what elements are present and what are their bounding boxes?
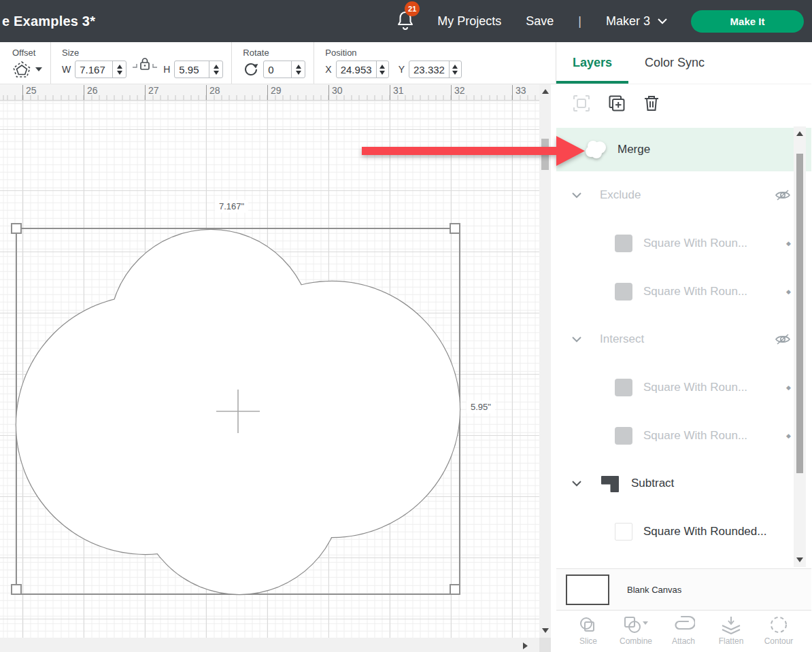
layers-panel: Layers Color Sync: [556, 42, 811, 652]
app-header: e Examples 3* 21 My Projects Save | Make…: [0, 0, 812, 42]
canvas-horizontal-scrollbar[interactable]: [0, 638, 551, 652]
chevron-down-icon[interactable]: [571, 480, 582, 487]
vertical-scroll-thumb[interactable]: [541, 139, 549, 170]
duplicate-icon: [608, 95, 626, 112]
duplicate-button[interactable]: [608, 95, 626, 112]
y-axis-label: Y: [399, 64, 405, 75]
position-label: Position: [325, 48, 462, 58]
layer-tools: [556, 84, 811, 122]
y-position-input[interactable]: 23.332: [409, 61, 462, 78]
rotate-stepper[interactable]: [291, 61, 305, 78]
offset-caret-icon: [35, 67, 42, 71]
canvas-region: Offset Size W 7.167: [0, 42, 556, 652]
scrollbar-corner: [539, 638, 551, 652]
slice-button[interactable]: Slice: [567, 615, 609, 646]
design-canvas[interactable]: 25 26 27 28 29 30 31 32 33: [0, 84, 556, 652]
scroll-right-arrow-icon[interactable]: [523, 642, 528, 649]
trash-icon: [643, 95, 660, 112]
contour-icon: [768, 615, 789, 634]
canvas-vertical-scrollbar[interactable]: [539, 84, 551, 638]
tab-layers[interactable]: Layers: [556, 42, 628, 84]
layer-row[interactable]: Square With Roun... ◆: [556, 363, 811, 411]
attach-button[interactable]: Attach: [662, 615, 705, 646]
layer-row[interactable]: Square With Roun... ◆: [556, 219, 811, 267]
width-input[interactable]: 7.167: [75, 61, 126, 78]
make-it-button[interactable]: Make It: [691, 10, 804, 33]
group-label: Intersect: [600, 332, 775, 346]
layer-group-intersect[interactable]: Intersect: [556, 315, 811, 363]
ruler-number: 29: [267, 85, 282, 101]
chevron-down-icon[interactable]: [571, 336, 582, 343]
tab-color-sync[interactable]: Color Sync: [628, 42, 721, 84]
offset-label: Offset: [12, 48, 42, 58]
ruler-number: 26: [84, 85, 98, 101]
flatten-icon: [720, 615, 742, 634]
height-input[interactable]: 5.95: [174, 61, 223, 78]
edit-toolbar: Offset Size W 7.167: [0, 42, 556, 84]
contour-button[interactable]: Contour: [758, 615, 800, 646]
layer-thumbnail: [615, 283, 632, 301]
canvas-color-swatch[interactable]: [566, 574, 609, 605]
layers-scroll-thumb[interactable]: [796, 154, 803, 473]
layer-row[interactable]: Square With Rounded...: [556, 507, 811, 555]
layer-actions-bar: Slice Combine Attach: [556, 610, 811, 652]
group-label: Exclude: [600, 188, 775, 202]
rotate-label: Rotate: [243, 48, 305, 58]
visibility-off-icon[interactable]: [775, 332, 791, 346]
width-dimension-label: 7.167": [215, 200, 248, 213]
layer-label: Square With Roun...: [643, 237, 786, 250]
layer-row[interactable]: Square With Roun... ◆: [556, 267, 811, 315]
diamond-icon: ◆: [786, 384, 791, 391]
blank-canvas-row[interactable]: Blank Canvas: [556, 568, 811, 610]
delete-layer-button[interactable]: [643, 95, 660, 112]
size-lock-button[interactable]: [132, 56, 158, 74]
x-axis-label: X: [325, 64, 331, 75]
width-stepper[interactable]: [112, 61, 126, 78]
height-stepper[interactable]: [209, 61, 222, 78]
offset-button[interactable]: [12, 61, 42, 78]
notifications-button[interactable]: 21: [396, 10, 414, 33]
machine-name: Maker 3: [606, 14, 650, 29]
machine-selector[interactable]: Maker 3: [606, 14, 668, 29]
quatrefoil-thumbnail-icon: [583, 139, 608, 160]
project-title: e Examples 3*: [2, 14, 95, 29]
panel-tabs: Layers Color Sync: [556, 42, 811, 84]
combine-button[interactable]: Combine: [615, 615, 657, 646]
layer-label: Square With Roun...: [643, 429, 786, 443]
x-stepper[interactable]: [376, 61, 388, 78]
scroll-down-arrow-icon[interactable]: [796, 557, 803, 562]
layers-scrollbar[interactable]: [794, 126, 806, 567]
layer-thumbnail: [615, 379, 632, 396]
x-position-input[interactable]: 24.953: [336, 61, 389, 78]
layer-group-subtract[interactable]: Subtract: [556, 460, 811, 507]
scroll-up-arrow-icon[interactable]: [542, 89, 549, 94]
layer-thumbnail: [615, 235, 632, 252]
combine-icon: [623, 615, 649, 634]
diamond-icon: ◆: [786, 432, 791, 439]
subtract-corner-icon: [600, 473, 620, 494]
scroll-up-arrow-icon[interactable]: [796, 131, 803, 136]
group-label: Subtract: [631, 477, 791, 490]
scroll-down-arrow-icon[interactable]: [542, 628, 549, 633]
canvas-grid: [0, 101, 539, 638]
attach-icon: [672, 615, 695, 634]
layer-group-exclude[interactable]: Exclude: [556, 171, 811, 219]
rotate-icon[interactable]: [243, 61, 259, 78]
layer-thumbnail: [615, 523, 632, 541]
height-dimension-label: 5.95": [467, 400, 495, 413]
layer-row[interactable]: Square With Roun... ◆: [556, 411, 811, 460]
rotate-input[interactable]: 0: [263, 61, 305, 78]
y-stepper[interactable]: [449, 61, 461, 78]
width-axis-label: W: [62, 64, 71, 75]
save-link[interactable]: Save: [526, 14, 554, 29]
layer-row-merge[interactable]: Merge: [556, 128, 811, 171]
group-select-button[interactable]: [573, 95, 590, 112]
my-projects-link[interactable]: My Projects: [437, 14, 501, 29]
ruler-number: 31: [390, 85, 404, 101]
ruler-number: 27: [145, 85, 159, 101]
chevron-down-icon[interactable]: [571, 192, 582, 199]
ruler-number: 28: [206, 85, 220, 101]
height-axis-label: H: [163, 64, 170, 75]
visibility-off-icon[interactable]: [775, 188, 791, 202]
flatten-button[interactable]: Flatten: [710, 615, 752, 646]
